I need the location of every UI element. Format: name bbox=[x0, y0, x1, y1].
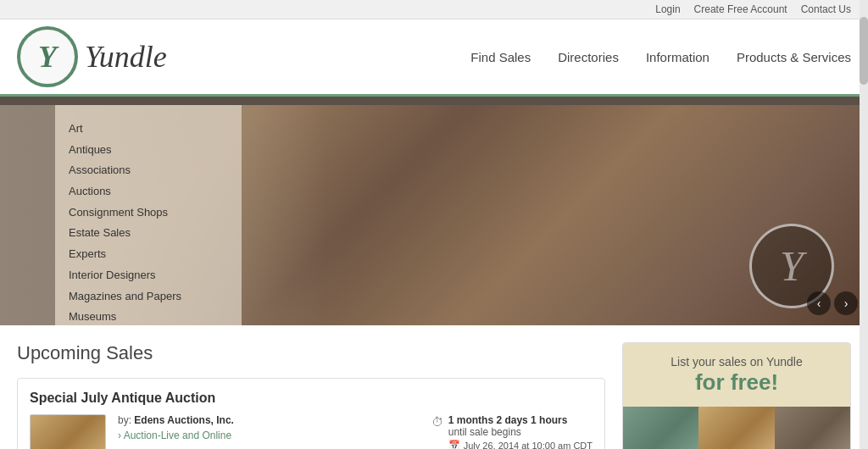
logo-area[interactable]: Y Yundle bbox=[17, 26, 167, 87]
sidebar-link-art[interactable]: Art bbox=[69, 119, 228, 140]
sale-date: 📅 July 26, 2014 at 10:00 am CDT bbox=[448, 440, 593, 449]
sale-info: by: Edens Auctions, Inc. › Auction-Live … bbox=[118, 414, 420, 446]
main-nav: Find Sales Directories Information Produ… bbox=[470, 50, 851, 64]
sale-countdown-area: ⏱ 1 months 2 days 1 hours until sale beg… bbox=[431, 414, 593, 449]
sidebar-link-associations[interactable]: Associations bbox=[69, 160, 228, 181]
ad-image-3 bbox=[775, 407, 850, 449]
sidebar-link-experts[interactable]: Experts bbox=[69, 244, 228, 265]
ad-top-text: List your sales on Yundle bbox=[637, 355, 837, 369]
divider-bar bbox=[0, 97, 868, 105]
auction-live-link[interactable]: › Auction-Live and Online bbox=[118, 430, 231, 441]
upcoming-sales-title: Upcoming Sales bbox=[17, 342, 605, 364]
create-account-link[interactable]: Create Free Account bbox=[694, 3, 787, 15]
sale-card: Special July Antique Auction by: Edens A… bbox=[17, 378, 605, 449]
logo-y-icon: Y bbox=[38, 39, 57, 75]
sidebar-link-magazines[interactable]: Magazines and Papers bbox=[69, 286, 228, 308]
hero-prev-arrow[interactable]: ‹ bbox=[807, 291, 831, 315]
hero-nav-arrows: ‹ › bbox=[807, 291, 858, 315]
sale-company[interactable]: Edens Auctions, Inc. bbox=[134, 414, 234, 426]
nav-directories[interactable]: Directories bbox=[558, 50, 619, 64]
nav-information[interactable]: Information bbox=[646, 50, 709, 64]
calendar-icon: 📅 bbox=[448, 440, 460, 449]
hero-sidebar: Art Antiques Associations Auctions Consi… bbox=[55, 105, 242, 325]
hero-next-arrow[interactable]: › bbox=[834, 291, 858, 315]
sidebar-link-consignment-shops[interactable]: Consignment Shops bbox=[69, 202, 228, 224]
header: Y Yundle Find Sales Directories Informat… bbox=[0, 19, 868, 97]
ad-top: List your sales on Yundle for free! bbox=[623, 343, 850, 407]
top-bar: Login Create Free Account Contact Us bbox=[0, 0, 868, 19]
countdown-text: 1 months 2 days 1 hours bbox=[448, 414, 593, 426]
nav-find-sales[interactable]: Find Sales bbox=[470, 50, 531, 64]
sale-type: › Auction-Live and Online bbox=[118, 430, 420, 441]
sidebar-link-antiques[interactable]: Antiques bbox=[69, 140, 228, 161]
logo-text: Yundle bbox=[85, 39, 167, 75]
hero-section: Art Antiques Associations Auctions Consi… bbox=[0, 105, 868, 325]
nav-products-services[interactable]: Products & Services bbox=[737, 50, 851, 64]
ad-image-1 bbox=[623, 407, 698, 449]
ad-box[interactable]: List your sales on Yundle for free! bbox=[622, 342, 851, 449]
countdown-sub: until sale begins bbox=[448, 426, 521, 438]
scrollbar[interactable] bbox=[860, 0, 868, 449]
ad-top-big: for free! bbox=[637, 370, 837, 395]
sale-card-title[interactable]: Special July Antique Auction bbox=[30, 391, 593, 406]
content-area: Upcoming Sales Special July Antique Auct… bbox=[0, 325, 868, 449]
main-content: Upcoming Sales Special July Antique Auct… bbox=[17, 342, 605, 449]
clock-icon: ⏱ bbox=[431, 415, 443, 429]
logo-circle: Y bbox=[17, 26, 78, 87]
sidebar-ad: List your sales on Yundle for free! bbox=[622, 342, 851, 449]
y-watermark-icon: Y bbox=[780, 241, 804, 291]
sale-card-body: by: Edens Auctions, Inc. › Auction-Live … bbox=[30, 414, 593, 449]
sale-by: by: Edens Auctions, Inc. bbox=[118, 414, 420, 426]
sale-countdown: 1 months 2 days 1 hours until sale begin… bbox=[448, 414, 593, 449]
scrollbar-thumb[interactable] bbox=[860, 17, 868, 85]
date-text: July 26, 2014 at 10:00 am CDT bbox=[464, 441, 593, 450]
ad-free-text: for free! bbox=[695, 369, 778, 395]
sale-thumbnail bbox=[30, 414, 106, 449]
contact-us-link[interactable]: Contact Us bbox=[801, 3, 851, 15]
ad-image-2 bbox=[698, 407, 774, 449]
sidebar-link-auctions[interactable]: Auctions bbox=[69, 181, 228, 202]
login-link[interactable]: Login bbox=[655, 3, 680, 15]
sidebar-link-estate-sales[interactable]: Estate Sales bbox=[69, 223, 228, 244]
ad-images bbox=[623, 407, 850, 449]
sidebar-link-interior-designers[interactable]: Interior Designers bbox=[69, 265, 228, 286]
sidebar-link-museums[interactable]: Museums bbox=[69, 307, 228, 325]
